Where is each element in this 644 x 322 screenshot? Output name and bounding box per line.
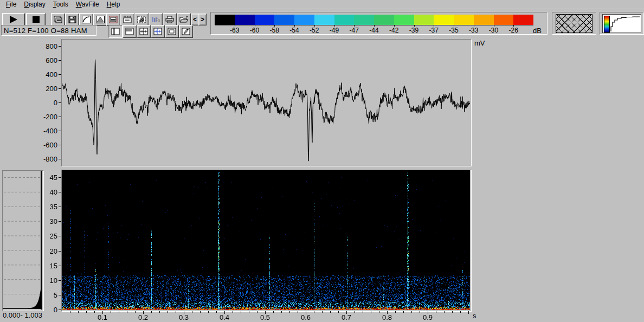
select-region-button[interactable] (134, 13, 149, 26)
transfer-function-button[interactable] (79, 13, 93, 26)
time-tickmark (411, 311, 412, 313)
waveform-ytick-label: 800 (34, 42, 57, 50)
time-tickmark (379, 311, 379, 313)
save-button[interactable] (65, 13, 79, 26)
stop-icon (33, 16, 40, 23)
layout-frame-only-button[interactable] (165, 25, 179, 38)
menu-tools[interactable]: Tools (49, 0, 72, 9)
layout-axis-top-button[interactable] (123, 25, 137, 38)
time-tickmark (330, 311, 331, 313)
waveform-ytick-label: 200 (34, 85, 57, 93)
colorbar-tick-label: -26 (504, 27, 523, 34)
menu-display[interactable]: Display (20, 0, 49, 9)
waveform-canvas[interactable] (62, 40, 470, 165)
time-tickmark (363, 311, 363, 313)
colorbar-segment (374, 15, 394, 25)
time-ruler-button[interactable] (120, 13, 134, 26)
waveform-ytick-label: -200 (34, 113, 57, 121)
spectrogram-app-window: File Display Tools WavFile Help Fs < > N… (0, 0, 644, 322)
lut-curve-icon (610, 15, 640, 32)
play-button[interactable] (2, 13, 25, 26)
prev-button[interactable]: < (191, 14, 199, 25)
spectrogram-ytick-label: 20 (42, 247, 57, 255)
axis-top-icon (125, 28, 134, 35)
time-tickmark (420, 311, 420, 313)
colorbar-segment (454, 15, 474, 25)
time-tickmark (403, 311, 404, 313)
time-tickmark (119, 311, 119, 313)
cross-axes-blue-icon (153, 28, 162, 35)
time-tickmark (127, 311, 127, 313)
svg-text:Fs: Fs (155, 17, 160, 23)
copy-display-button[interactable] (51, 13, 65, 26)
hatch-pattern-icon (556, 14, 593, 33)
printer-icon (165, 16, 174, 23)
menu-file[interactable]: File (2, 0, 20, 9)
spectrogram-tickmark (59, 295, 61, 295)
time-tickmark (135, 311, 136, 313)
window-function-button[interactable] (93, 13, 107, 26)
waveform-ytick-label: 0 (34, 99, 57, 107)
spectrogram-tickmark (59, 221, 61, 222)
colorbar-segment (334, 15, 355, 25)
copy-windows-icon (54, 16, 63, 23)
time-tickmark (322, 311, 323, 313)
annotate-button[interactable] (179, 25, 193, 38)
time-tickmark (216, 311, 217, 313)
spectrogram-ytick-label: 25 (42, 232, 57, 240)
spectrogram-ytick-label: 5 (42, 291, 57, 299)
spectrogram-xtick-label: 0.3 (176, 313, 192, 321)
fft-settings-status: N=512 F=100 O=88 HAM (1, 25, 96, 36)
time-tickmark (468, 311, 469, 314)
waveform-panel[interactable] (61, 39, 472, 166)
next-button[interactable]: > (198, 14, 207, 25)
spectrogram-tickmark (59, 207, 61, 207)
menu-wavfile[interactable]: WavFile (72, 0, 103, 9)
spectrogram-ytick-label: 35 (42, 203, 57, 211)
time-tickmark (168, 311, 168, 313)
spectrogram-canvas[interactable] (62, 170, 470, 310)
time-tickmark (159, 311, 160, 313)
spectrogram-tickmark (59, 251, 61, 252)
time-tickmark (452, 311, 453, 313)
layout-axis-left-button[interactable] (108, 25, 123, 38)
colorbar-segment (274, 15, 294, 25)
waveform-ytick-label: 600 (34, 56, 57, 65)
spectrogram-tickmark (59, 177, 61, 178)
palette-curve-panel[interactable] (600, 12, 644, 35)
menu-help[interactable]: Help (103, 0, 124, 9)
stop-button[interactable] (26, 13, 46, 26)
time-tickmark (444, 311, 445, 313)
spectrogram-ytick-label: 45 (42, 173, 57, 182)
time-tickmark (289, 311, 290, 313)
spectrogram-panel[interactable] (61, 170, 472, 312)
spectrogram-xtick-label: 0.5 (257, 313, 273, 321)
spectrogram-xtick-label: 0.6 (298, 313, 314, 321)
layout-cross-axes-blue-button[interactable] (151, 25, 165, 38)
waveform-ytick-label: 400 (34, 70, 57, 79)
time-tickmark (249, 311, 249, 313)
waveform-tickmark (59, 131, 61, 131)
spectrogram-xtick-label: 0.1 (94, 313, 111, 321)
sample-rate-button[interactable]: Fs (149, 13, 163, 26)
time-tickmark (371, 311, 371, 313)
layout-cross-axes-button[interactable] (137, 25, 151, 38)
ruler-icon (123, 16, 132, 23)
time-tickmark (257, 311, 257, 313)
time-tickmark (460, 311, 461, 313)
sample-rate-fs-icon: Fs (151, 16, 160, 23)
hatch-pattern-panel[interactable] (552, 12, 596, 35)
time-tickmark (78, 311, 79, 313)
colorbar-segment (354, 15, 374, 25)
time-tickmark (208, 311, 209, 313)
spectrogram-display-button[interactable] (106, 13, 120, 26)
print-button[interactable] (163, 13, 177, 26)
open-file-button[interactable] (177, 13, 191, 26)
time-tickmark (395, 311, 396, 313)
colorbar-segment (434, 15, 454, 25)
spectrogram-ytick-label: 30 (42, 217, 57, 226)
colorbar-tick-label: -49 (325, 27, 344, 34)
waveform-tickmark (59, 60, 61, 61)
db-unit-label: dB (533, 27, 542, 35)
colorbar-tick-label: -37 (424, 27, 443, 34)
